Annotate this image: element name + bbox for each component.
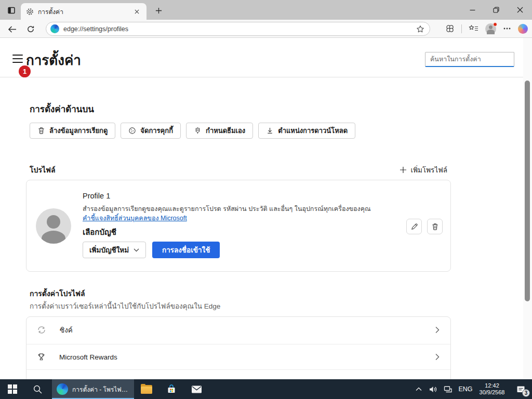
windows-logo-icon bbox=[8, 384, 17, 394]
clear-browsing-data-button[interactable]: ล้างข้อมูลการเรียกดู bbox=[30, 123, 115, 139]
toolbar-separator bbox=[461, 24, 462, 33]
rewards-trophy-icon bbox=[37, 353, 46, 362]
profile-settings-card: ซิงค์ Microsoft Rewards bbox=[26, 316, 451, 379]
settings-search-input[interactable] bbox=[425, 52, 514, 67]
taskbar-edge-active-app[interactable]: การตั้งค่า - โพรไฟล์ 1 ... bbox=[52, 379, 134, 399]
network-icon[interactable] bbox=[441, 379, 456, 399]
customize-theme-button[interactable]: กำหนดธีมเอง bbox=[186, 123, 253, 139]
volume-icon[interactable] bbox=[425, 379, 441, 399]
scrollbar-thumb[interactable] bbox=[525, 81, 530, 301]
plus-icon bbox=[400, 166, 407, 174]
tab-actions-menu-button[interactable] bbox=[4, 4, 19, 17]
sync-list-item[interactable]: ซิงค์ bbox=[26, 317, 450, 343]
manage-cookies-button[interactable]: จัดการคุกกี้ bbox=[121, 123, 181, 139]
chevron-right-icon bbox=[435, 326, 440, 334]
favorite-star-icon[interactable] bbox=[416, 25, 424, 33]
language-indicator[interactable]: ENG bbox=[456, 379, 475, 399]
edge-site-icon bbox=[50, 24, 59, 33]
avatar-silhouette bbox=[489, 25, 493, 29]
quick-settings-buttons: ล้างข้อมูลการเรียกดู จัดการคุกกี้ กำหนดธ… bbox=[30, 123, 355, 139]
delete-profile-button[interactable] bbox=[427, 219, 443, 234]
profile-avatar-large bbox=[36, 208, 71, 244]
select-account-label: เลือกบัญชี bbox=[83, 226, 116, 238]
top-settings-heading: การตั้งค่าด้านบน bbox=[30, 102, 94, 116]
download-icon bbox=[266, 127, 274, 135]
cookie-icon bbox=[128, 127, 136, 135]
microsoft-privacy-link[interactable]: คำชี้แจงสิทธิ์ส่วนบุคคลของ Microsoft bbox=[83, 213, 187, 223]
windows-taskbar: การตั้งค่า - โพรไฟล์ 1 ... ENG 12:42 30/… bbox=[0, 379, 532, 399]
annotation-badge-1: 1 bbox=[19, 65, 31, 77]
copilot-icon[interactable] bbox=[518, 24, 528, 34]
action-center-button[interactable]: 3 bbox=[509, 379, 532, 399]
theme-brush-icon bbox=[194, 127, 202, 135]
search-icon bbox=[33, 384, 43, 394]
profile-card: Profile 1 สำรองข้อมูลการเรียกดูของคุณและ… bbox=[26, 180, 451, 272]
page-scrollbar[interactable] bbox=[523, 38, 532, 379]
microsoft-rewards-list-item[interactable]: Microsoft Rewards bbox=[26, 344, 450, 369]
page-title: การตั้งค่า bbox=[26, 49, 81, 71]
browser-titlebar: การตั้งค่า bbox=[0, 0, 532, 20]
profile-settings-subtitle: การตั้งค่าเบราว์เซอร์เหล่านี้นำไปใช้กับโ… bbox=[30, 300, 220, 312]
add-profile-button[interactable]: เพิ่มโพรไฟล์ bbox=[400, 164, 447, 176]
date-text: 30/9/2568 bbox=[480, 389, 505, 396]
url-text: edge://settings/profiles bbox=[63, 25, 412, 33]
chevron-right-icon bbox=[435, 353, 440, 361]
trash-icon bbox=[37, 127, 45, 135]
mail-envelope-icon bbox=[191, 385, 202, 394]
profile-description: สำรองข้อมูลการเรียกดูของคุณและดูรายการโป… bbox=[83, 204, 371, 214]
microsoft-rewards-label: Microsoft Rewards bbox=[59, 353, 421, 361]
tray-overflow-chevron[interactable] bbox=[413, 379, 425, 399]
pencil-icon bbox=[410, 223, 418, 231]
system-tray: ENG 12:42 30/9/2568 3 bbox=[413, 379, 532, 399]
start-button[interactable] bbox=[0, 379, 25, 399]
browser-tab-settings[interactable]: การตั้งค่า bbox=[21, 3, 147, 20]
settings-page-header: การตั้งค่า bbox=[0, 38, 523, 77]
profiles-heading: โปรไฟล์ bbox=[30, 164, 55, 176]
gear-icon bbox=[26, 8, 34, 16]
taskbar-file-explorer-button[interactable] bbox=[134, 379, 159, 399]
chevron-down-icon bbox=[134, 248, 139, 252]
sign-in-button[interactable]: การลงชื่อเข้าใช้ bbox=[152, 242, 220, 258]
new-tab-button[interactable] bbox=[152, 5, 165, 16]
minimize-button[interactable] bbox=[460, 0, 484, 20]
folder-icon bbox=[141, 385, 152, 394]
time-text: 12:42 bbox=[480, 382, 505, 389]
vertical-tabs-icon bbox=[7, 6, 16, 15]
notification-count-badge: 3 bbox=[522, 389, 530, 397]
edit-profile-button[interactable] bbox=[406, 219, 422, 234]
download-location-button[interactable]: ตำแหน่งการดาวน์โหลด bbox=[258, 123, 355, 139]
settings-menu-icon[interactable] bbox=[503, 24, 511, 33]
favorites-hub-icon[interactable] bbox=[469, 24, 478, 33]
taskbar-store-button[interactable] bbox=[159, 379, 184, 399]
taskbar-search-button[interactable] bbox=[25, 379, 50, 399]
add-account-dropdown[interactable]: เพิ่มบัญชีใหม่ bbox=[83, 242, 146, 258]
toolbar-icons bbox=[445, 20, 528, 37]
sync-icon bbox=[37, 325, 46, 335]
profiles-section-header: โปรไฟล์ เพิ่มโพรไฟล์ bbox=[30, 164, 447, 176]
taskbar-clock[interactable]: 12:42 30/9/2568 bbox=[475, 379, 509, 399]
active-app-label: การตั้งค่า - โพรไฟล์ 1 ... bbox=[72, 384, 129, 394]
tab-title: การตั้งค่า bbox=[38, 7, 128, 17]
refresh-button[interactable] bbox=[24, 23, 37, 35]
browser-toolbar: edge://settings/profiles bbox=[0, 20, 532, 38]
address-bar[interactable]: edge://settings/profiles bbox=[46, 22, 430, 36]
profile-avatar-toolbar[interactable] bbox=[485, 23, 496, 34]
microsoft-store-icon bbox=[166, 384, 177, 394]
edge-icon bbox=[57, 383, 68, 395]
settings-menu-hamburger-button[interactable] bbox=[12, 55, 23, 63]
taskbar-mail-button[interactable] bbox=[184, 379, 209, 399]
settings-content: การตั้งค่าด้านบน ล้างข้อมูลการเรียกดู จั… bbox=[0, 78, 523, 379]
close-window-button[interactable] bbox=[508, 0, 532, 20]
profile-settings-heading: การตั้งค่าโปรไฟล์ bbox=[30, 288, 85, 299]
sync-label: ซิงค์ bbox=[60, 324, 421, 336]
trash-icon bbox=[431, 223, 439, 231]
profile-notification-dot bbox=[493, 22, 497, 26]
extensions-icon[interactable] bbox=[445, 24, 455, 33]
back-button[interactable] bbox=[5, 23, 19, 35]
tab-close-button[interactable] bbox=[132, 7, 141, 16]
list-divider bbox=[26, 369, 450, 370]
restore-button[interactable] bbox=[484, 0, 508, 20]
window-controls bbox=[460, 0, 532, 20]
profile-card-actions bbox=[406, 219, 443, 234]
profile-name: Profile 1 bbox=[83, 192, 110, 200]
